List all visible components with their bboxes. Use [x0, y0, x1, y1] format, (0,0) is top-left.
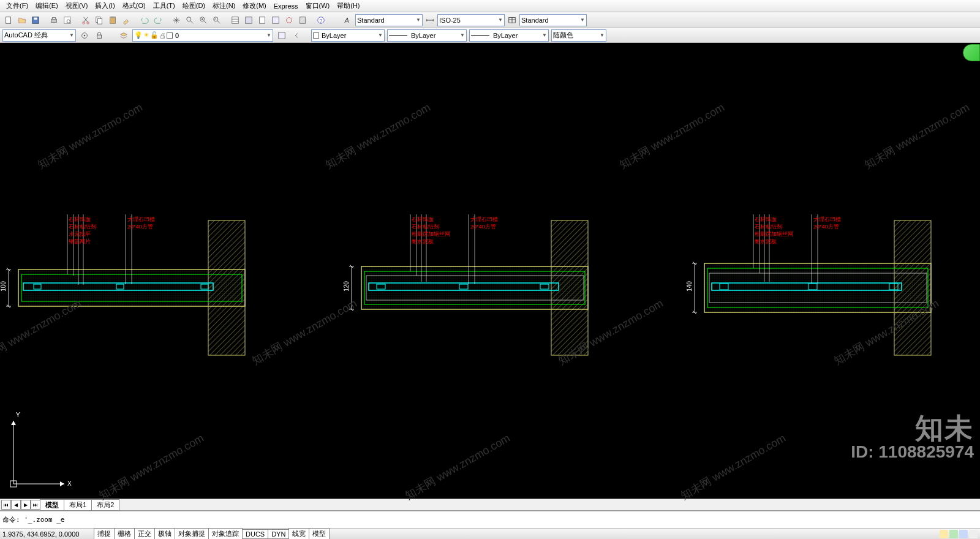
menu-file[interactable]: 文件(F) [2, 0, 32, 12]
new-icon[interactable] [2, 14, 15, 26]
ortho-toggle[interactable]: 正交 [134, 528, 155, 539]
otrack-toggle[interactable]: 对象追踪 [208, 528, 243, 539]
color-swatch [313, 32, 319, 39]
copy-icon[interactable] [93, 14, 105, 26]
menu-format[interactable]: 格式(O) [119, 0, 149, 12]
chevron-down-icon: ▼ [600, 32, 605, 38]
menu-dimension[interactable]: 标注(N) [209, 0, 239, 12]
color-combo[interactable]: ByLayer▼ [311, 29, 385, 42]
section1-right-labels: 大理石凹槽20*40方管 [127, 216, 155, 230]
designcenter-icon[interactable] [243, 14, 255, 26]
linetype-preview [389, 35, 407, 36]
menu-modify[interactable]: 修改(M) [239, 0, 270, 12]
tab-prev-icon[interactable]: ◀ [11, 500, 21, 510]
print-preview-icon[interactable] [61, 14, 74, 26]
zoom-realtime-icon[interactable] [184, 14, 196, 26]
layer-properties-icon[interactable] [118, 29, 130, 42]
command-line[interactable]: 命令: '_.zoom _e [0, 511, 980, 528]
text-style-combo[interactable]: Standard▼ [355, 14, 423, 26]
tab-first-icon[interactable]: ⏮ [1, 500, 11, 510]
menu-view[interactable]: 视图(V) [62, 0, 92, 12]
layer-previous-icon[interactable] [290, 29, 303, 42]
plotstyle-combo[interactable]: 随颜色▼ [551, 29, 606, 42]
toolpalettes-icon[interactable] [256, 14, 268, 26]
ucs-y-label: Y [16, 412, 20, 418]
workspace-lock-icon[interactable] [93, 29, 105, 42]
zoom-window-icon[interactable] [197, 14, 209, 26]
drawing-canvas[interactable]: 石材饰面石材粘结剂水泥找平钢筋网片 大理石凹槽20*40方管 100 石材饰面石… [0, 43, 980, 499]
svg-text:A: A [344, 16, 349, 23]
tab-next-icon[interactable]: ▶ [21, 500, 31, 510]
markup-icon[interactable] [283, 14, 295, 26]
snap-toggle[interactable]: 捕捉 [94, 528, 115, 539]
lwt-toggle[interactable]: 线宽 [288, 528, 309, 539]
tab-last-icon[interactable]: ⏭ [31, 500, 40, 510]
undo-icon[interactable] [138, 14, 151, 26]
table-style-combo[interactable]: Standard▼ [519, 14, 587, 26]
tab-layout1[interactable]: 布局1 [64, 499, 92, 511]
zoom-previous-icon[interactable] [211, 14, 223, 26]
menu-tools[interactable]: 工具(T) [149, 0, 179, 12]
chevron-down-icon: ▼ [542, 32, 547, 38]
osnap-toggle[interactable]: 对象捕捉 [175, 528, 209, 539]
grid-toggle[interactable]: 栅格 [114, 528, 135, 539]
paste-icon[interactable] [107, 14, 119, 26]
svg-rect-32 [97, 35, 102, 38]
table-style-value: Standard [521, 17, 549, 24]
help-icon[interactable]: ? [315, 14, 327, 26]
layer-states-icon[interactable] [276, 29, 288, 42]
tab-model[interactable]: 模型 [40, 499, 64, 511]
ducs-toggle[interactable]: DUCS [242, 529, 268, 539]
color-value: ByLayer [322, 32, 346, 39]
pan-icon[interactable] [170, 14, 183, 26]
linetype-combo[interactable]: ByLayer▼ [387, 29, 467, 42]
coordinates-readout[interactable]: 1.9375, 434.6952, 0.0000 [2, 530, 94, 538]
svg-rect-12 [111, 16, 114, 18]
workspace-combo[interactable]: AutoCAD 经典▼ [2, 29, 76, 42]
svg-marker-95 [11, 421, 16, 425]
dim-style-combo[interactable]: ISO-25▼ [437, 14, 505, 26]
layer-sun-icon: ☀ [143, 31, 149, 39]
print-icon[interactable] [48, 14, 60, 26]
workspace-settings-icon[interactable] [78, 29, 91, 42]
tab-layout2[interactable]: 布局2 [91, 499, 119, 511]
redo-icon[interactable] [152, 14, 164, 26]
model-toggle[interactable]: 模型 [309, 528, 330, 539]
menu-window[interactable]: 窗口(W) [302, 0, 334, 12]
chevron-down-icon: ▼ [460, 32, 465, 38]
layer-color-swatch [167, 32, 173, 39]
tray-tool-icon[interactable] [959, 530, 968, 538]
svg-point-31 [84, 34, 86, 36]
linetype-value: ByLayer [411, 32, 435, 39]
menu-draw[interactable]: 绘图(D) [179, 0, 209, 12]
text-style-icon[interactable]: A [342, 14, 354, 26]
menu-help[interactable]: 帮助(H) [333, 0, 363, 12]
ucs-icon: X Y [6, 412, 74, 492]
svg-point-15 [214, 17, 218, 21]
lineweight-combo[interactable]: ByLayer▼ [469, 29, 549, 42]
calc-icon[interactable] [296, 14, 309, 26]
sheetset-icon[interactable] [270, 14, 282, 26]
properties-icon[interactable] [229, 14, 241, 26]
svg-text:?: ? [320, 17, 323, 23]
tray-comm-icon[interactable] [940, 530, 948, 538]
dyn-toggle[interactable]: DYN [268, 529, 289, 539]
layer-status-icons: 💡 ☀ 🔓 🖨 [134, 31, 173, 39]
status-tray [940, 530, 978, 538]
menu-insert[interactable]: 插入(I) [91, 0, 118, 12]
tray-clean-icon[interactable] [969, 530, 978, 538]
save-icon[interactable] [29, 14, 42, 26]
table-style-icon[interactable] [506, 14, 518, 26]
menu-edit[interactable]: 编辑(E) [32, 0, 62, 12]
workspace-value: AutoCAD 经典 [4, 31, 48, 40]
polar-toggle[interactable]: 极轴 [154, 528, 175, 539]
lineweight-value: ByLayer [493, 32, 518, 39]
cut-icon[interactable] [80, 14, 92, 26]
tray-lock-icon[interactable] [949, 530, 958, 538]
layer-combo[interactable]: 💡 ☀ 🔓 🖨 0 ▼ [132, 29, 273, 42]
matchprop-icon[interactable] [120, 14, 132, 26]
layer-name: 0 [175, 32, 179, 39]
menu-express[interactable]: Express [270, 1, 302, 11]
dim-style-icon[interactable] [424, 14, 436, 26]
open-icon[interactable] [16, 14, 28, 26]
